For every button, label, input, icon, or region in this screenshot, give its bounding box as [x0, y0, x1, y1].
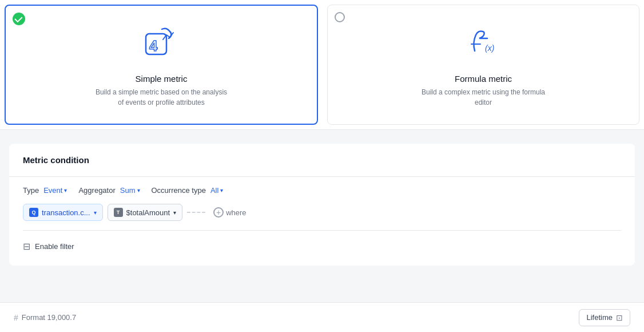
simple-metric-card[interactable]: 4 Simple metric Build a simple metric ba… — [5, 5, 318, 125]
occurrence-type-label: Occurrence type — [152, 186, 206, 195]
svg-text:(x): (x) — [485, 44, 494, 53]
format-value: Format 19,000.7 — [22, 313, 76, 322]
condition-selectors-row: Type Event ▾ Aggregator Sum ▾ Occurrence… — [23, 186, 621, 195]
amount-pill-label: $totalAmount — [126, 208, 170, 217]
enable-filter-row[interactable]: ⊟ Enable filter — [23, 235, 621, 254]
selected-checkmark — [13, 13, 25, 25]
type-dropdown[interactable]: Event ▾ — [43, 186, 67, 195]
enable-filter-label: Enable filter — [35, 242, 74, 251]
filter-icon: ⊟ — [23, 241, 30, 252]
simple-metric-desc: Build a simple metric based on the analy… — [93, 87, 230, 108]
dash-separator — [187, 212, 205, 213]
hash-icon: # — [14, 313, 18, 322]
svg-text:4: 4 — [149, 37, 158, 54]
simple-metric-title: Simple metric — [136, 74, 188, 84]
unselected-radio — [335, 12, 345, 22]
condition-divider — [9, 176, 635, 177]
expand-icon: ⊡ — [616, 313, 623, 322]
where-button[interactable]: + where — [210, 205, 249, 220]
formula-metric-card[interactable]: (x) Formula metric Build a complex metri… — [327, 5, 639, 125]
simple-metric-icon: 4 — [141, 22, 181, 65]
type-chevron-icon: ▾ — [64, 187, 67, 193]
formula-metric-desc: Build a complex metric using the formula… — [415, 87, 552, 108]
amount-pill-dropdown[interactable]: T $totalAmount ▾ — [108, 204, 183, 221]
aggregator-dropdown[interactable]: Sum ▾ — [120, 186, 140, 195]
where-label: where — [226, 208, 246, 217]
amount-icon: T — [114, 208, 123, 217]
metric-condition-title: Metric condition — [23, 155, 621, 165]
lifetime-label: Lifetime — [586, 313, 613, 322]
formula-metric-title: Formula metric — [455, 74, 512, 84]
event-pill-label: transaction.c... — [42, 208, 90, 217]
plus-circle-icon: + — [213, 207, 224, 218]
format-section: # Format 19,000.7 — [14, 313, 76, 322]
event-pill-chevron-icon: ▾ — [94, 210, 97, 216]
aggregator-chevron-icon: ▾ — [137, 187, 140, 193]
metric-condition-panel: Metric condition Type Event ▾ Aggregator… — [9, 144, 635, 266]
lifetime-button[interactable]: Lifetime ⊡ — [579, 309, 630, 326]
occurrence-chevron-icon: ▾ — [220, 187, 223, 193]
metric-type-cards: 4 Simple metric Build a simple metric ba… — [0, 0, 644, 130]
occurrence-type-dropdown[interactable]: All ▾ — [210, 186, 223, 195]
formula-metric-icon: (x) — [463, 22, 503, 65]
event-pill-dropdown[interactable]: Q transaction.c... ▾ — [23, 204, 103, 221]
event-icon: Q — [29, 208, 38, 217]
bottom-bar: # Format 19,000.7 Lifetime ⊡ — [0, 302, 644, 332]
amount-pill-chevron-icon: ▾ — [173, 210, 176, 216]
type-label: Type — [23, 186, 39, 195]
event-condition-row: Q transaction.c... ▾ T $totalAmount ▾ + … — [23, 204, 621, 221]
aggregator-label: Aggregator — [78, 186, 115, 195]
